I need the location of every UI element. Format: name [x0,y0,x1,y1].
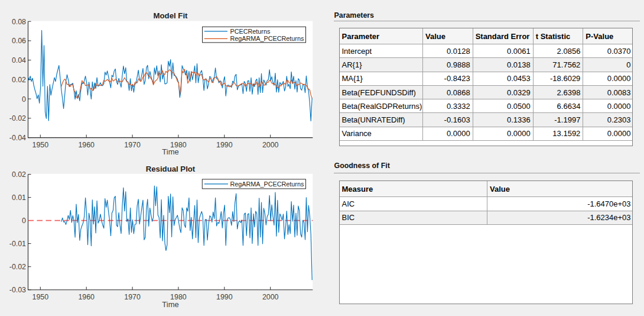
svg-text:0.04: 0.04 [12,56,26,65]
svg-text:PCECReturns: PCECReturns [230,28,271,35]
svg-text:1950: 1950 [32,293,49,301]
svg-text:0.01: 0.01 [12,194,26,202]
svg-text:RegARMA_PCECReturns: RegARMA_PCECReturns [230,180,304,188]
svg-text:0.06: 0.06 [12,37,26,45]
svg-text:1960: 1960 [78,141,95,149]
svg-text:-0.04: -0.04 [9,134,26,142]
svg-text:0: 0 [22,95,26,104]
svg-text:1960: 1960 [78,293,95,301]
svg-text:1990: 1990 [216,293,233,301]
svg-text:1990: 1990 [216,141,233,149]
svg-text:1950: 1950 [32,141,49,149]
svg-text:0.02: 0.02 [12,170,26,179]
svg-text:2000: 2000 [262,141,279,149]
svg-text:Time: Time [162,300,178,309]
svg-text:2000: 2000 [262,293,279,301]
svg-text:-0.02: -0.02 [9,114,26,122]
svg-text:-0.02: -0.02 [9,263,26,271]
svg-text:Model Fit: Model Fit [154,11,188,20]
svg-text:1970: 1970 [124,293,141,301]
svg-text:0: 0 [22,217,26,225]
svg-text:-0.03: -0.03 [9,286,26,294]
svg-text:RegARMA_PCECReturns: RegARMA_PCECReturns [230,35,304,42]
svg-text:1970: 1970 [124,141,141,149]
svg-text:0.08: 0.08 [12,18,26,26]
svg-text:Residual Plot: Residual Plot [146,165,196,173]
svg-text:Time: Time [162,147,178,156]
svg-text:0.02: 0.02 [12,76,26,84]
svg-text:-0.01: -0.01 [9,240,26,248]
